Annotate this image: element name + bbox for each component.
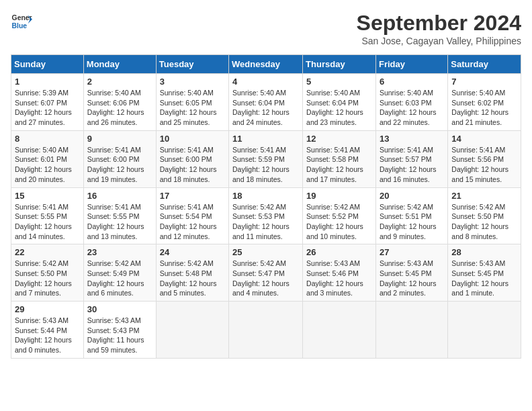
calendar-cell [156,302,228,359]
day-number: 14 [451,134,517,144]
day-number: 19 [306,191,372,201]
day-number: 20 [380,191,444,201]
calendar-cell: 13 Sunrise: 5:41 AMSunset: 5:57 PMDaylig… [375,130,447,187]
day-info: Sunrise: 5:42 AMSunset: 5:48 PMDaylight:… [160,259,217,297]
calendar-cell: 23 Sunrise: 5:42 AMSunset: 5:49 PMDaylig… [83,244,156,302]
day-info: Sunrise: 5:41 AMSunset: 5:56 PMDaylight:… [451,146,508,183]
day-number: 11 [232,134,299,144]
day-info: Sunrise: 5:43 AMSunset: 5:43 PMDaylight:… [87,316,144,354]
calendar-cell: 22 Sunrise: 5:42 AMSunset: 5:50 PMDaylig… [11,244,84,302]
month-title: September 2024 [357,11,521,36]
calendar-cell: 7 Sunrise: 5:40 AMSunset: 6:02 PMDayligh… [448,74,521,131]
calendar-cell: 8 Sunrise: 5:40 AMSunset: 6:01 PMDayligh… [11,130,84,187]
calendar-cell [303,302,376,359]
day-info: Sunrise: 5:40 AMSunset: 6:05 PMDaylight:… [160,89,217,126]
day-number: 25 [232,247,299,257]
calendar-cell: 5 Sunrise: 5:40 AMSunset: 6:04 PMDayligh… [303,74,376,131]
weekday-header-tuesday: Tuesday [156,55,228,74]
day-number: 9 [87,134,152,144]
day-number: 10 [160,134,225,144]
calendar-cell: 24 Sunrise: 5:42 AMSunset: 5:48 PMDaylig… [156,244,228,302]
weekday-header-saturday: Saturday [448,55,521,74]
calendar-cell: 6 Sunrise: 5:40 AMSunset: 6:03 PMDayligh… [375,74,447,131]
day-number: 23 [87,247,152,257]
day-number: 13 [380,134,444,144]
svg-text:General: General [12,14,32,21]
calendar-cell: 25 Sunrise: 5:42 AMSunset: 5:47 PMDaylig… [229,244,303,302]
day-number: 4 [232,77,299,87]
day-number: 21 [451,191,517,201]
calendar-cell [375,302,447,359]
day-info: Sunrise: 5:42 AMSunset: 5:50 PMDaylight:… [15,259,72,297]
day-number: 28 [451,247,517,257]
weekday-header-friday: Friday [375,55,447,74]
calendar-cell: 3 Sunrise: 5:40 AMSunset: 6:05 PMDayligh… [156,74,228,131]
calendar-cell: 1 Sunrise: 5:39 AMSunset: 6:07 PMDayligh… [11,74,84,131]
calendar-cell: 26 Sunrise: 5:43 AMSunset: 5:46 PMDaylig… [303,244,376,302]
calendar-cell: 27 Sunrise: 5:43 AMSunset: 5:45 PMDaylig… [375,244,447,302]
day-info: Sunrise: 5:42 AMSunset: 5:47 PMDaylight:… [232,259,290,297]
calendar-cell: 28 Sunrise: 5:43 AMSunset: 5:45 PMDaylig… [448,244,521,302]
day-info: Sunrise: 5:40 AMSunset: 6:04 PMDaylight:… [306,89,363,126]
page-header: General Blue September 2024 San Jose, Ca… [11,11,521,46]
calendar-week-4: 22 Sunrise: 5:42 AMSunset: 5:50 PMDaylig… [11,244,521,302]
calendar-cell: 16 Sunrise: 5:41 AMSunset: 5:55 PMDaylig… [83,187,156,244]
svg-text:Blue: Blue [12,22,28,30]
day-number: 30 [87,304,152,314]
title-block: September 2024 San Jose, Cagayan Valley,… [357,11,521,46]
calendar-cell [229,302,303,359]
day-info: Sunrise: 5:43 AMSunset: 5:44 PMDaylight:… [15,316,72,354]
day-number: 24 [160,247,225,257]
logo: General Blue [11,11,32,32]
calendar-cell: 10 Sunrise: 5:41 AMSunset: 6:00 PMDaylig… [156,130,228,187]
day-info: Sunrise: 5:42 AMSunset: 5:51 PMDaylight:… [380,203,437,240]
day-info: Sunrise: 5:43 AMSunset: 5:45 PMDaylight:… [451,259,508,297]
day-info: Sunrise: 5:43 AMSunset: 5:46 PMDaylight:… [306,259,363,297]
day-number: 26 [306,247,372,257]
day-number: 7 [451,77,517,87]
day-number: 8 [15,134,80,144]
day-info: Sunrise: 5:43 AMSunset: 5:45 PMDaylight:… [380,259,437,297]
day-info: Sunrise: 5:41 AMSunset: 5:57 PMDaylight:… [380,146,437,183]
day-number: 17 [160,191,225,201]
weekday-header-thursday: Thursday [303,55,376,74]
calendar-cell: 29 Sunrise: 5:43 AMSunset: 5:44 PMDaylig… [11,302,84,359]
day-info: Sunrise: 5:42 AMSunset: 5:50 PMDaylight:… [451,203,508,240]
day-info: Sunrise: 5:42 AMSunset: 5:49 PMDaylight:… [87,259,144,297]
calendar-cell: 18 Sunrise: 5:42 AMSunset: 5:53 PMDaylig… [229,187,303,244]
calendar-cell: 30 Sunrise: 5:43 AMSunset: 5:43 PMDaylig… [83,302,156,359]
calendar-week-3: 15 Sunrise: 5:41 AMSunset: 5:55 PMDaylig… [11,187,521,244]
calendar-cell: 20 Sunrise: 5:42 AMSunset: 5:51 PMDaylig… [375,187,447,244]
day-info: Sunrise: 5:41 AMSunset: 5:59 PMDaylight:… [232,146,290,183]
day-info: Sunrise: 5:41 AMSunset: 5:54 PMDaylight:… [160,203,217,240]
calendar-cell: 14 Sunrise: 5:41 AMSunset: 5:56 PMDaylig… [448,130,521,187]
weekday-header-wednesday: Wednesday [229,55,303,74]
day-info: Sunrise: 5:41 AMSunset: 6:00 PMDaylight:… [160,146,217,183]
calendar-cell: 2 Sunrise: 5:40 AMSunset: 6:06 PMDayligh… [83,74,156,131]
calendar-cell: 19 Sunrise: 5:42 AMSunset: 5:52 PMDaylig… [303,187,376,244]
calendar-cell: 9 Sunrise: 5:41 AMSunset: 6:00 PMDayligh… [83,130,156,187]
day-info: Sunrise: 5:41 AMSunset: 6:00 PMDaylight:… [87,146,144,183]
day-number: 22 [15,247,80,257]
day-number: 16 [87,191,152,201]
day-info: Sunrise: 5:41 AMSunset: 5:58 PMDaylight:… [306,146,363,183]
calendar-table: SundayMondayTuesdayWednesdayThursdayFrid… [11,54,521,359]
day-number: 29 [15,304,80,314]
day-number: 1 [15,77,80,87]
day-info: Sunrise: 5:41 AMSunset: 5:55 PMDaylight:… [87,203,144,240]
day-info: Sunrise: 5:40 AMSunset: 6:04 PMDaylight:… [232,89,290,126]
calendar-cell: 17 Sunrise: 5:41 AMSunset: 5:54 PMDaylig… [156,187,228,244]
calendar-cell [448,302,521,359]
calendar-week-1: 1 Sunrise: 5:39 AMSunset: 6:07 PMDayligh… [11,74,521,131]
calendar-week-2: 8 Sunrise: 5:40 AMSunset: 6:01 PMDayligh… [11,130,521,187]
day-info: Sunrise: 5:40 AMSunset: 6:06 PMDaylight:… [87,89,144,126]
day-info: Sunrise: 5:40 AMSunset: 6:03 PMDaylight:… [380,89,437,126]
calendar-week-5: 29 Sunrise: 5:43 AMSunset: 5:44 PMDaylig… [11,302,521,359]
weekday-header-monday: Monday [83,55,156,74]
location-subtitle: San Jose, Cagayan Valley, Philippines [357,36,521,46]
day-info: Sunrise: 5:40 AMSunset: 6:02 PMDaylight:… [451,89,508,126]
calendar-cell: 12 Sunrise: 5:41 AMSunset: 5:58 PMDaylig… [303,130,376,187]
day-info: Sunrise: 5:39 AMSunset: 6:07 PMDaylight:… [15,89,72,126]
day-info: Sunrise: 5:41 AMSunset: 5:55 PMDaylight:… [15,203,72,240]
calendar-header-row: SundayMondayTuesdayWednesdayThursdayFrid… [11,55,521,74]
